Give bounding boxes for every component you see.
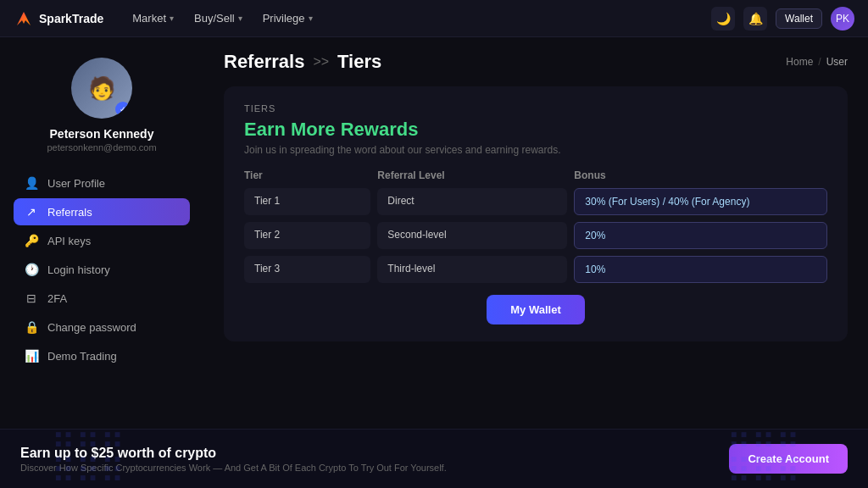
nav-privilege[interactable]: Privilege ▾ — [254, 7, 321, 30]
tiers-heading-highlight: Rewards — [341, 119, 419, 140]
nav-items: Market ▾ Buy/Sell ▾ Privilege ▾ — [124, 7, 711, 30]
sidebar-item-user-profile[interactable]: 👤 User Profile — [14, 169, 190, 197]
sidebar-item-referrals[interactable]: ↗ Referrals — [14, 198, 190, 225]
tier-1-bonus: 30% (For Users) / 40% (For Agency) — [574, 188, 827, 215]
table-row: Tier 2 Second-level 20% — [244, 222, 827, 249]
banner-description: Discover How Specific Cryptocurrencies W… — [20, 463, 729, 473]
page-title-referrals: Referrals — [224, 51, 304, 73]
nav-market[interactable]: Market ▾ — [124, 7, 182, 30]
main-content: 🧑 ✓ Peterson Kennedy petersonkenn@demo.c… — [0, 37, 868, 488]
tier-1-level: Direct — [377, 188, 567, 215]
theme-toggle-button[interactable]: 🌙 — [711, 7, 735, 30]
profile-name: Peterson Kennedy — [50, 127, 154, 141]
tiers-heading: Earn More Rewards — [244, 119, 827, 141]
page-title-tiers: Tiers — [337, 51, 381, 73]
profile-verified-badge: ✓ — [115, 102, 131, 117]
navbar-right: 🌙 🔔 Wallet PK — [711, 7, 854, 30]
banner-title: Earn up to $25 worth of crypto — [20, 446, 729, 461]
bell-icon: 🔔 — [748, 12, 763, 25]
bottom-banner: ⠿⠿⠿⠿⠿⠿ Earn up to $25 worth of crypto Di… — [0, 429, 868, 488]
sidebar-item-demo-trading[interactable]: 📊 Demo Trading — [14, 342, 190, 369]
referrals-icon: ↗ — [24, 205, 39, 219]
page-content: Referrals >> Tiers Home / User Tiers Ear… — [203, 37, 868, 488]
create-account-button[interactable]: Create Account — [729, 444, 848, 474]
avatar[interactable]: PK — [831, 7, 854, 30]
sidebar: 🧑 ✓ Peterson Kennedy petersonkenn@demo.c… — [0, 37, 203, 488]
tiers-table: Tier Referral Level Bonus Tier 1 Direct … — [244, 169, 827, 283]
sidebar-item-2fa[interactable]: ⊟ 2FA — [14, 285, 190, 312]
logo[interactable]: SparkTrade — [14, 8, 103, 29]
breadcrumb-separator: / — [818, 56, 821, 68]
profile-section: 🧑 ✓ Peterson Kennedy petersonkenn@demo.c… — [14, 58, 190, 152]
login-history-icon: 🕐 — [24, 263, 39, 276]
navbar: SparkTrade Market ▾ Buy/Sell ▾ Privilege… — [0, 0, 868, 37]
table-row: Tier 3 Third-level 10% — [244, 256, 827, 283]
tiers-label: Tiers — [244, 103, 827, 114]
sidebar-item-api-keys[interactable]: 🔑 API keys — [14, 227, 190, 254]
tier-1-label: Tier 1 — [244, 188, 370, 215]
avatar-placeholder: PK — [831, 7, 854, 30]
sidebar-item-login-history[interactable]: 🕐 Login history — [14, 256, 190, 283]
tier-2-label: Tier 2 — [244, 222, 370, 249]
api-keys-icon: 🔑 — [24, 234, 39, 247]
tier-2-bonus: 20% — [574, 222, 827, 249]
breadcrumb-current: User — [826, 56, 848, 68]
table-row: Tier 1 Direct 30% (For Users) / 40% (For… — [244, 188, 827, 215]
nav-buysell[interactable]: Buy/Sell ▾ — [186, 7, 251, 30]
profile-email: petersonkenn@demo.com — [47, 142, 156, 152]
logo-text: SparkTrade — [39, 12, 103, 25]
2fa-icon: ⊟ — [24, 291, 39, 305]
demo-trading-icon: 📊 — [24, 349, 39, 363]
tiers-table-header: Tier Referral Level Bonus — [244, 169, 827, 188]
sidebar-menu: 👤 User Profile ↗ Referrals 🔑 API keys 🕐 … — [14, 169, 190, 369]
profile-avatar: 🧑 ✓ — [71, 58, 132, 119]
privilege-chevron-icon: ▾ — [309, 14, 313, 23]
svg-marker-0 — [17, 12, 31, 25]
my-wallet-button[interactable]: My Wallet — [487, 295, 584, 324]
notification-button[interactable]: 🔔 — [743, 7, 767, 30]
breadcrumb: Referrals >> Tiers — [224, 51, 381, 73]
logo-icon — [14, 8, 34, 29]
tier-3-label: Tier 3 — [244, 256, 370, 283]
tiers-description: Join us in spreading the word about our … — [244, 144, 827, 156]
tier-3-level: Third-level — [377, 256, 567, 283]
header-referral-level: Referral Level — [377, 169, 567, 181]
tier-2-level: Second-level — [377, 222, 567, 249]
sidebar-item-change-password[interactable]: 🔒 Change password — [14, 313, 190, 341]
breadcrumb-home[interactable]: Home — [786, 56, 813, 68]
tiers-card: Tiers Earn More Rewards Join us in sprea… — [224, 86, 848, 341]
user-profile-icon: 👤 — [24, 176, 39, 190]
wallet-button[interactable]: Wallet — [776, 8, 822, 29]
breadcrumb-right: Home / User — [786, 56, 848, 68]
moon-icon: 🌙 — [716, 12, 731, 25]
buysell-chevron-icon: ▾ — [238, 14, 242, 23]
market-chevron-icon: ▾ — [170, 14, 174, 23]
header-tier: Tier — [244, 169, 370, 181]
banner-left: Earn up to $25 worth of crypto Discover … — [20, 446, 729, 473]
breadcrumb-arrow-icon: >> — [313, 54, 329, 69]
change-password-icon: 🔒 — [24, 320, 39, 334]
page-header: Referrals >> Tiers Home / User — [224, 51, 848, 73]
tier-3-bonus: 10% — [574, 256, 827, 283]
header-bonus: Bonus — [574, 169, 827, 181]
